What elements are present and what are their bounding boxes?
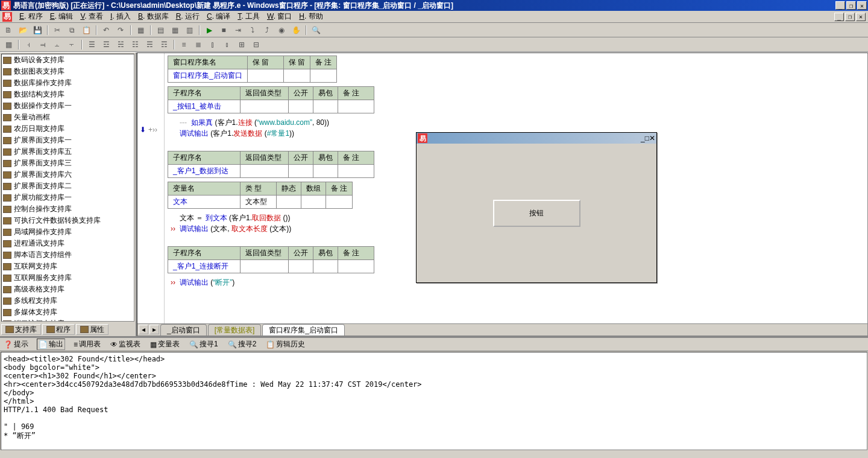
library-item[interactable]: 扩展功能支持库一 [2,192,134,203]
hand-icon[interactable]: ✋ [289,24,303,36]
step-icon[interactable]: ⇥ [231,24,245,36]
child-window-titlebar[interactable]: 易 _ □ ✕ [417,133,656,144]
child-close-button[interactable]: ✕ [649,134,655,142]
library-item[interactable]: 局域网操作支持库 [2,226,134,238]
tab-prev-button[interactable]: ◂ [139,325,148,334]
output-tab-变量表[interactable]: ▦ 变量表 [149,339,181,349]
search-icon[interactable]: 🔍 [309,24,322,36]
library-list[interactable]: 数码设备支持库数据图表支持库数据库操作支持库数据结构支持库数据操作支持库一矢量动… [1,54,134,322]
align-grid-icon[interactable]: ▦ [2,39,15,51]
menu-查看[interactable]: V. 查看 [77,12,107,21]
library-item[interactable]: 进程通讯支持库 [2,238,134,249]
library-item[interactable]: 可执行文件数据转换支持库 [2,215,134,226]
panel-tab-支持库[interactable]: 支持库 [1,324,41,335]
align-right-icon[interactable]: ⫤ [36,39,49,51]
new-file-icon[interactable]: 🗎 [2,24,15,36]
library-item[interactable]: 数据图表支持库 [2,66,134,77]
menu-帮助[interactable]: H. 帮助 [295,12,326,21]
child-button[interactable]: 按钮 [493,200,580,227]
library-item[interactable]: 脚本语言支持组件 [2,249,134,261]
library-item[interactable]: 互联网服务支持库 [2,272,134,284]
panel-tab-属性[interactable]: 属性 [76,324,108,335]
layout12-icon[interactable]: ≣ [192,39,205,51]
output-tab-搜寻2[interactable]: 🔍 搜寻2 [227,339,258,349]
layout11-icon[interactable]: ≡ [177,39,190,51]
child-maximize-button[interactable]: □ [645,134,649,142]
library-item[interactable]: 高级表格支持库 [2,284,134,295]
close-button[interactable]: ✕ [857,1,867,10]
menu-数据库[interactable]: B. 数据库 [134,12,172,21]
run-icon[interactable]: ▶ [203,24,216,36]
editor-tab[interactable]: [常量数据表] [208,324,262,336]
child-minimize-button[interactable]: _ [641,134,645,142]
library-item[interactable]: 数码设备支持库 [2,54,134,66]
layout10-icon[interactable]: ☶ [157,39,171,51]
library-item[interactable]: 扩展界面支持库一 [2,135,134,146]
menu-运行[interactable]: R. 运行 [172,12,203,21]
redo-icon[interactable]: ↷ [114,24,127,36]
step-over-icon[interactable]: ⤵ [246,24,259,36]
layout5-icon[interactable]: ☰ [85,39,98,51]
step-out-icon[interactable]: ⤴ [260,24,274,36]
library-item[interactable]: 扩展界面支持库五 [2,146,134,157]
library-item[interactable]: 多线程支持库 [2,295,134,307]
mdi-close-button[interactable]: ✕ [856,13,866,21]
editor-tab[interactable]: 窗口程序集_启动窗口 [262,324,345,336]
menu-编辑[interactable]: E. 编辑 [46,12,77,21]
open-file-icon[interactable]: 📂 [16,24,30,36]
layout14-icon[interactable]: ⫾ [221,39,234,51]
layout6-icon[interactable]: ☲ [99,39,113,51]
layout8-icon[interactable]: ☷ [128,39,142,51]
library-item[interactable]: 数据操作支持库一 [2,100,134,112]
library-item[interactable]: 多媒体支持库 [2,307,134,318]
editor-tab[interactable]: _启动窗口 [160,324,207,336]
restore-button[interactable]: ❐ [846,1,856,10]
tool-icon[interactable]: ▦ [134,24,147,36]
menu-工具[interactable]: T. 工具 [234,12,263,21]
tab-next-button[interactable]: ▸ [149,325,159,334]
library-item[interactable]: 农历日期支持库 [2,123,134,135]
output-tab-搜寻1[interactable]: 🔍 搜寻1 [188,339,219,349]
library-item[interactable]: 扩展界面支持库二 [2,180,134,192]
align-left-icon[interactable]: ⫞ [22,39,35,51]
library-item[interactable]: 控制台操作支持库 [2,203,134,215]
library-item[interactable]: 数据结构支持库 [2,89,134,100]
output-tab-调用表[interactable]: ≡ 调用表 [72,339,102,349]
save-icon[interactable]: 💾 [31,24,44,36]
output-console[interactable]: <head><title>302 Found</title></head> <b… [1,352,867,450]
library-item[interactable]: 扩展界面支持库六 [2,169,134,180]
layout15-icon[interactable]: ⊞ [235,39,248,51]
mdi-minimize-button[interactable]: _ [834,13,844,21]
library-item[interactable]: 扩展界面支持库三 [2,157,134,169]
library-item[interactable]: 矢量动画框 [2,112,134,123]
menu-窗口[interactable]: W. 窗口 [263,12,295,21]
layout2-icon[interactable]: ▦ [168,24,181,36]
output-tab-剪辑历史[interactable]: 📋 剪辑历史 [265,339,306,349]
align-bottom-icon[interactable]: ⫟ [65,39,78,51]
copy-icon[interactable]: ⧉ [65,24,78,36]
paste-icon[interactable]: 📋 [80,24,93,36]
stop-icon[interactable]: ■ [217,24,230,36]
output-tab-监视表[interactable]: 👁 监视表 [109,339,142,349]
minimize-button[interactable]: _ [835,1,845,10]
output-tab-提示[interactable]: ❓ 提示 [2,339,30,349]
library-item[interactable]: 互联网支持库 [2,261,134,272]
menu-插入[interactable]: I. 插入 [107,12,134,21]
breakpoint-icon[interactable]: ◉ [275,24,288,36]
undo-icon[interactable]: ↶ [99,24,113,36]
layout3-icon[interactable]: ▥ [183,24,196,36]
panel-tab-程序[interactable]: 程序 [42,324,75,335]
output-tab-输出[interactable]: 📄 输出 [37,339,65,350]
mdi-restore-button[interactable]: ❐ [845,13,855,21]
menu-程序[interactable]: E. 程序 [16,12,46,21]
layout-icon[interactable]: ▤ [154,24,167,36]
layout9-icon[interactable]: ☴ [143,39,156,51]
menu-编译[interactable]: C. 编译 [203,12,234,21]
layout16-icon[interactable]: ⊟ [250,39,263,51]
layout13-icon[interactable]: ⫿ [206,39,219,51]
cut-icon[interactable]: ✂ [51,24,64,36]
library-item[interactable]: 端口访问支持库 [2,318,134,322]
library-item[interactable]: 数据库操作支持库 [2,77,134,89]
layout7-icon[interactable]: ☵ [114,39,127,51]
align-top-icon[interactable]: ⫠ [51,39,64,51]
